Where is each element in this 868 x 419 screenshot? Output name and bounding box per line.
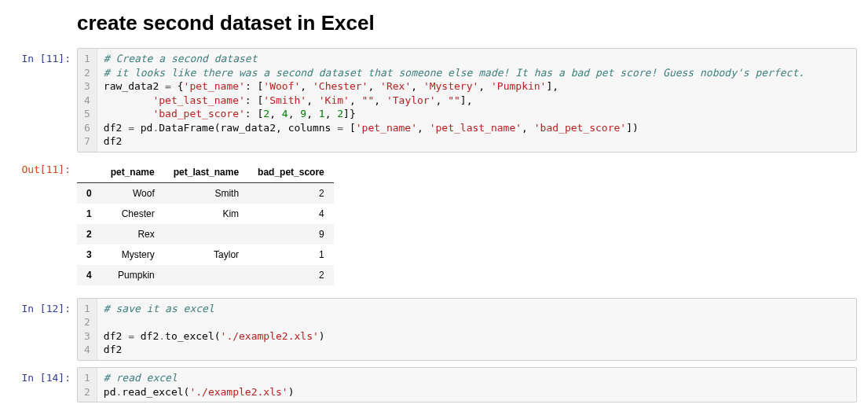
code-text: [104, 108, 153, 119]
code-string: 'bad_pet_score': [534, 122, 626, 134]
code-input-area[interactable]: 1 2 # read excel pd.read_excel('./exampl…: [77, 367, 857, 402]
heading-prompt: [0, 3, 77, 8]
code-cell-14: In [14]: 1 2 # read excel pd.read_excel(…: [0, 364, 868, 406]
code-string: './example2.xls': [189, 386, 288, 398]
notebook: create second dataset in Excel In [11]: …: [0, 0, 868, 406]
code-text: df2: [104, 330, 128, 342]
table-cell: [164, 224, 248, 244]
code-text: : [: [245, 108, 263, 119]
table-header: pet_last_name: [164, 162, 248, 183]
code-text: ],: [460, 94, 473, 106]
code-content[interactable]: # save it as excel df2 = df2.to_excel('.…: [97, 299, 856, 360]
code-text: ,: [522, 122, 534, 134]
code-text: df2: [134, 330, 159, 342]
code-text: ,: [306, 108, 319, 119]
code-op: =: [165, 80, 171, 92]
code-text: ,: [374, 94, 386, 106]
code-number: 9: [300, 108, 306, 119]
code-text: [: [343, 122, 356, 134]
code-text: df2: [104, 344, 122, 355]
row-index: 2: [77, 224, 101, 244]
input-prompt: In [12]:: [0, 298, 77, 314]
code-text: to_excel(: [165, 330, 220, 342]
code-input-area[interactable]: 1 2 3 4 5 6 7 # Create a second dataset …: [77, 48, 857, 153]
code-text: ,: [368, 80, 380, 92]
code-string: 'pet_name': [356, 122, 417, 134]
code-string: "": [448, 94, 460, 106]
code-text: DataFrame(raw_data2, columns: [159, 122, 337, 134]
table-cell: Chester: [101, 204, 164, 224]
code-text: ,: [288, 108, 301, 119]
code-text: {: [171, 80, 184, 92]
input-prompt: In [14]:: [0, 367, 77, 384]
code-text: : [: [245, 80, 263, 92]
code-string: 'pet_last_name': [152, 94, 244, 106]
code-string: 'bad_pet_score': [152, 108, 244, 119]
row-index: 1: [77, 204, 101, 224]
code-op: .: [159, 330, 165, 342]
code-string: 'Taylor': [386, 94, 436, 106]
code-op: =: [337, 122, 343, 134]
table-cell: Woof: [101, 182, 164, 204]
code-text: [104, 94, 153, 106]
code-text: ,: [306, 94, 319, 106]
code-text: pd: [134, 122, 152, 134]
line-number-gutter: 1 2 3 4: [78, 299, 97, 360]
code-content[interactable]: # read excel pd.read_excel('./example2.x…: [97, 368, 856, 402]
code-string: 'Pumpkin': [491, 80, 546, 92]
row-index: 3: [77, 244, 101, 265]
code-string: 'Rex': [380, 80, 411, 92]
code-comment: # Create a second dataset: [104, 53, 258, 64]
code-text: : [: [245, 94, 263, 106]
output-prompt: Out[11]:: [0, 159, 77, 175]
code-string: 'Chester': [313, 80, 368, 92]
code-text: ,: [350, 94, 362, 106]
code-op: =: [128, 122, 134, 134]
code-text: ,: [325, 108, 338, 119]
code-text: ,: [411, 80, 423, 92]
code-string: "": [362, 94, 375, 106]
code-text: ): [319, 330, 325, 342]
code-text: df2: [104, 122, 128, 134]
code-string: 'Woof': [263, 80, 300, 92]
code-string: 'pet_name': [184, 80, 245, 92]
code-input-area[interactable]: 1 2 3 4 # save it as excel df2 = df2.to_…: [77, 298, 857, 361]
code-string: 'Mystery': [423, 80, 478, 92]
dataframe-table: pet_name pet_last_name bad_pet_score 0 W…: [77, 162, 334, 285]
table-cell: Mystery: [101, 244, 164, 265]
table-header-row: pet_name pet_last_name bad_pet_score: [77, 162, 334, 183]
table-cell: Pumpkin: [101, 265, 164, 285]
table-header: pet_name: [101, 162, 164, 183]
table-row: 2 Rex 9: [77, 224, 334, 244]
table-header: [77, 162, 101, 183]
code-string: './example2.xls': [221, 330, 319, 342]
code-text: ]): [626, 122, 639, 134]
heading-cell: create second dataset in Excel: [0, 0, 868, 45]
output-area: pet_name pet_last_name bad_pet_score 0 W…: [77, 159, 868, 292]
code-string: 'pet_last_name': [430, 122, 522, 134]
input-prompt: In [11]:: [0, 48, 77, 64]
table-cell: 9: [248, 224, 334, 244]
code-text: df2: [104, 135, 122, 147]
line-number-gutter: 1 2 3 4 5 6 7: [78, 49, 97, 152]
code-content[interactable]: # Create a second dataset # it looks lik…: [97, 49, 856, 152]
code-text: ]}: [343, 108, 356, 119]
code-string: 'Kim': [319, 94, 350, 106]
code-string: 'Smith': [263, 94, 306, 106]
line-number-gutter: 1 2: [78, 368, 97, 402]
code-number: 4: [282, 108, 288, 119]
code-comment: # read excel: [104, 372, 178, 384]
table-row: 4 Pumpkin 2: [77, 265, 334, 285]
row-index: 4: [77, 265, 101, 285]
section-heading: create second dataset in Excel: [77, 11, 868, 35]
code-number: 2: [263, 108, 269, 119]
table-header: bad_pet_score: [248, 162, 334, 183]
table-row: 1 Chester Kim 4: [77, 204, 334, 224]
table-cell: Kim: [164, 204, 248, 224]
code-text: ,: [417, 122, 430, 134]
code-comment: # it looks like there was a second datas…: [104, 67, 804, 79]
table-cell: 2: [248, 265, 334, 285]
output-cell-11: Out[11]: pet_name pet_last_name bad_pet_…: [0, 156, 868, 295]
code-text: ,: [436, 94, 449, 106]
code-text: pd: [104, 386, 116, 398]
